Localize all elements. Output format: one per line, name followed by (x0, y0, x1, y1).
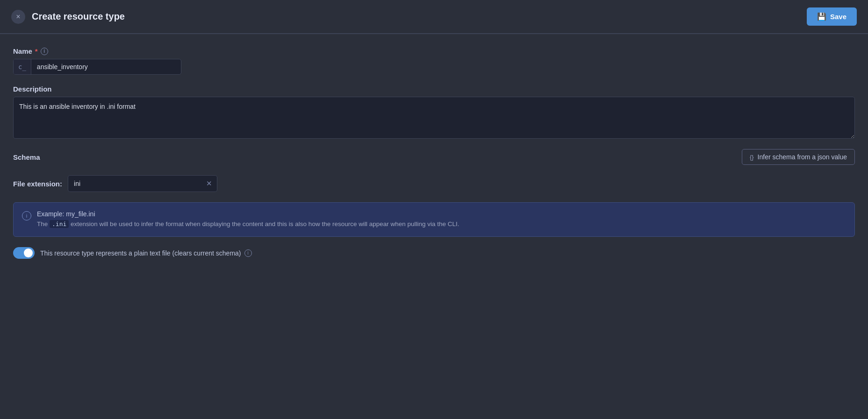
close-icon: × (16, 13, 20, 21)
description-label: Description (13, 85, 855, 93)
close-button[interactable]: × (11, 10, 25, 24)
description-field-group: Description This is an ansible inventory… (13, 85, 855, 139)
clear-icon: ✕ (206, 179, 212, 187)
create-resource-type-modal: × Create resource type 💾 Save Name * i c… (0, 0, 868, 419)
file-extension-input[interactable] (68, 176, 201, 192)
name-info-icon[interactable]: i (41, 48, 48, 55)
file-extension-input-wrapper: ✕ (68, 175, 217, 192)
file-extension-row: File extension: ✕ (13, 175, 855, 192)
info-code: .ini (50, 220, 69, 228)
info-box-description: The .ini extension will be used to infer… (37, 220, 459, 229)
toggle-slider (13, 247, 35, 259)
name-input-wrapper: c_ (13, 59, 181, 75)
file-extension-label: File extension: (13, 180, 62, 188)
schema-label: Schema (13, 153, 40, 161)
header-left: × Create resource type (11, 10, 125, 24)
plain-text-toggle[interactable] (13, 247, 35, 259)
save-button[interactable]: 💾 Save (807, 7, 857, 26)
modal-header: × Create resource type 💾 Save (0, 0, 868, 34)
info-box: i Example: my_file.ini The .ini extensio… (13, 202, 855, 237)
json-icon: {} (750, 154, 754, 161)
info-box-example: Example: my_file.ini (37, 210, 459, 218)
infer-schema-label: Infer schema from a json value (758, 153, 847, 161)
name-prefix: c_ (14, 59, 31, 74)
description-textarea[interactable]: This is an ansible inventory in .ini for… (13, 97, 855, 139)
modal-body: Name * i c_ Description This is an ansib… (0, 34, 868, 272)
plain-text-label-text: This resource type represents a plain te… (40, 249, 241, 257)
schema-row: Schema {} Infer schema from a json value (13, 149, 855, 165)
name-field-group: Name * i c_ (13, 47, 855, 75)
plain-text-info-icon[interactable]: i (244, 249, 252, 257)
info-box-icon: i (22, 211, 31, 220)
save-label: Save (830, 13, 846, 21)
name-label-text: Name (13, 47, 32, 55)
modal-title: Create resource type (32, 11, 125, 22)
description-label-text: Description (13, 85, 52, 93)
plain-text-label: This resource type represents a plain te… (40, 249, 252, 257)
plain-text-toggle-row: This resource type represents a plain te… (13, 247, 855, 259)
file-extension-clear-button[interactable]: ✕ (201, 177, 217, 191)
infer-schema-button[interactable]: {} Infer schema from a json value (742, 149, 855, 165)
name-input[interactable] (31, 59, 181, 74)
save-icon: 💾 (817, 12, 826, 21)
name-label: Name * i (13, 47, 855, 55)
required-star: * (35, 47, 38, 55)
info-box-content: Example: my_file.ini The .ini extension … (37, 210, 459, 229)
